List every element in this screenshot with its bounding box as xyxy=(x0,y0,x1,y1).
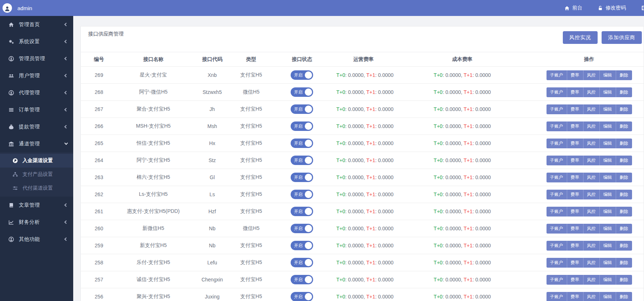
risk-live-button[interactable]: 风控实况 xyxy=(563,31,598,44)
add-supplier-button[interactable]: 添加供应商 xyxy=(602,31,642,44)
risk-button[interactable]: 风控 xyxy=(583,275,599,285)
delete-button[interactable]: 删除 xyxy=(616,241,632,251)
risk-button[interactable]: 风控 xyxy=(583,87,599,97)
rate-button[interactable]: 费率 xyxy=(567,275,583,285)
subaccount-button[interactable]: 子账户 xyxy=(547,292,567,301)
front-site-link[interactable]: 前台 xyxy=(564,5,582,11)
risk-button[interactable]: 风控 xyxy=(583,156,599,165)
subaccount-button[interactable]: 子账户 xyxy=(547,241,567,251)
rate-button[interactable]: 费率 xyxy=(567,241,583,251)
risk-button[interactable]: 风控 xyxy=(583,258,599,268)
status-toggle[interactable]: 开启 xyxy=(291,104,313,114)
sidebar-item-channel[interactable]: 通道管理 xyxy=(0,135,73,152)
subaccount-button[interactable]: 子账户 xyxy=(547,275,567,285)
status-toggle[interactable]: 开启 xyxy=(291,156,313,165)
submenu-item-deposit[interactable]: 入金渠道设置 xyxy=(0,154,73,168)
status-toggle[interactable]: 开启 xyxy=(291,292,313,301)
avatar[interactable] xyxy=(3,3,12,13)
edit-button[interactable]: 编辑 xyxy=(599,87,616,97)
delete-button[interactable]: 删除 xyxy=(616,104,632,114)
status-toggle[interactable]: 开启 xyxy=(291,190,313,199)
rate-button[interactable]: 费率 xyxy=(567,121,583,131)
risk-button[interactable]: 风控 xyxy=(583,173,599,182)
delete-button[interactable]: 删除 xyxy=(616,207,632,217)
delete-button[interactable]: 删除 xyxy=(616,292,632,301)
sidebar-item-article[interactable]: 文章管理 xyxy=(0,197,73,214)
rate-button[interactable]: 费率 xyxy=(567,104,583,114)
risk-button[interactable]: 风控 xyxy=(583,190,599,199)
sidebar-item-users[interactable]: 用户管理 xyxy=(0,67,73,84)
risk-button[interactable]: 风控 xyxy=(583,139,599,148)
subaccount-button[interactable]: 子账户 xyxy=(547,139,567,148)
delete-button[interactable]: 删除 xyxy=(616,258,632,268)
status-toggle[interactable]: 开启 xyxy=(291,139,313,148)
sidebar-item-admin[interactable]: 管理员管理 xyxy=(0,50,73,67)
subaccount-button[interactable]: 子账户 xyxy=(547,224,567,234)
delete-button[interactable]: 删除 xyxy=(616,224,632,234)
status-toggle[interactable]: 开启 xyxy=(291,224,313,233)
delete-button[interactable]: 删除 xyxy=(616,173,632,182)
status-toggle[interactable]: 开启 xyxy=(291,207,313,216)
sidebar-item-agent[interactable]: 代理管理 xyxy=(0,84,73,101)
sidebar-item-gears[interactable]: 系统设置 xyxy=(0,33,73,50)
submenu-item-product[interactable]: 支付产品设置 xyxy=(0,168,73,181)
sidebar-item-other[interactable]: 其他功能 xyxy=(0,231,73,248)
risk-button[interactable]: 风控 xyxy=(583,292,599,301)
status-toggle[interactable]: 开启 xyxy=(291,173,313,182)
sidebar-item-home[interactable]: 管理首页 xyxy=(0,16,73,33)
rate-button[interactable]: 费率 xyxy=(567,87,583,97)
subaccount-button[interactable]: 子账户 xyxy=(547,156,567,165)
rate-button[interactable]: 费率 xyxy=(567,224,583,234)
risk-button[interactable]: 风控 xyxy=(583,224,599,234)
delete-button[interactable]: 删除 xyxy=(616,275,632,285)
delete-button[interactable]: 删除 xyxy=(616,121,632,131)
edit-button[interactable]: 编辑 xyxy=(599,258,616,268)
sidebar-item-finance[interactable]: 财务分析 xyxy=(0,214,73,231)
subaccount-button[interactable]: 子账户 xyxy=(547,87,567,97)
risk-button[interactable]: 风控 xyxy=(583,207,599,217)
risk-button[interactable]: 风控 xyxy=(583,70,599,80)
status-toggle[interactable]: 开启 xyxy=(291,275,313,284)
logout-button[interactable] xyxy=(641,5,644,11)
subaccount-button[interactable]: 子账户 xyxy=(547,190,567,199)
subaccount-button[interactable]: 子账户 xyxy=(547,104,567,114)
delete-button[interactable]: 删除 xyxy=(616,70,632,80)
status-toggle[interactable]: 开启 xyxy=(291,258,313,267)
status-toggle[interactable]: 开启 xyxy=(291,70,313,80)
change-password-link[interactable]: 修改密码 xyxy=(598,5,626,11)
subaccount-button[interactable]: 子账户 xyxy=(547,70,567,80)
risk-button[interactable]: 风控 xyxy=(583,241,599,251)
risk-button[interactable]: 风控 xyxy=(583,121,599,131)
edit-button[interactable]: 编辑 xyxy=(599,121,616,131)
rate-button[interactable]: 费率 xyxy=(567,190,583,199)
edit-button[interactable]: 编辑 xyxy=(599,241,616,251)
rate-button[interactable]: 费率 xyxy=(567,70,583,80)
subaccount-button[interactable]: 子账户 xyxy=(547,121,567,131)
rate-button[interactable]: 费率 xyxy=(567,258,583,268)
edit-button[interactable]: 编辑 xyxy=(599,275,616,285)
edit-button[interactable]: 编辑 xyxy=(599,207,616,217)
rate-button[interactable]: 费率 xyxy=(567,292,583,301)
edit-button[interactable]: 编辑 xyxy=(599,190,616,199)
rate-button[interactable]: 费率 xyxy=(567,173,583,182)
edit-button[interactable]: 编辑 xyxy=(599,156,616,165)
delete-button[interactable]: 删除 xyxy=(616,156,632,165)
sidebar-item-withdraw[interactable]: 提款管理 xyxy=(0,118,73,135)
subaccount-button[interactable]: 子账户 xyxy=(547,207,567,217)
status-toggle[interactable]: 开启 xyxy=(291,241,313,250)
edit-button[interactable]: 编辑 xyxy=(599,173,616,182)
subaccount-button[interactable]: 子账户 xyxy=(547,173,567,182)
rate-button[interactable]: 费率 xyxy=(567,139,583,148)
rate-button[interactable]: 费率 xyxy=(567,156,583,165)
status-toggle[interactable]: 开启 xyxy=(291,121,313,131)
submenu-item-payout[interactable]: 代付渠道设置 xyxy=(0,181,73,195)
risk-button[interactable]: 风控 xyxy=(583,104,599,114)
edit-button[interactable]: 编辑 xyxy=(599,139,616,148)
delete-button[interactable]: 删除 xyxy=(616,139,632,148)
edit-button[interactable]: 编辑 xyxy=(599,224,616,234)
edit-button[interactable]: 编辑 xyxy=(599,292,616,301)
sidebar-item-orders[interactable]: 订单管理 xyxy=(0,101,73,118)
edit-button[interactable]: 编辑 xyxy=(599,104,616,114)
rate-button[interactable]: 费率 xyxy=(567,207,583,217)
status-toggle[interactable]: 开启 xyxy=(291,87,313,97)
